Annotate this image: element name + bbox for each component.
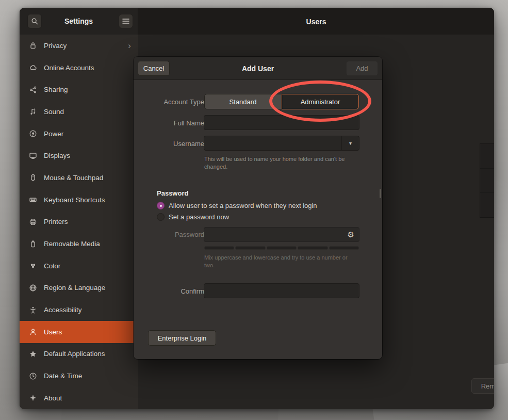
sidebar-item-sound[interactable]: Sound	[20, 101, 138, 123]
password-hint-text: Mix uppercase and lowercase and try to u…	[204, 254, 355, 270]
remove-user-button[interactable]: Remove User...	[471, 378, 494, 394]
enterprise-login-button[interactable]: Enterprise Login	[148, 330, 216, 346]
sidebar-item-about[interactable]: About	[20, 387, 138, 409]
share-icon	[28, 85, 37, 94]
sidebar-item-displays[interactable]: Displays	[20, 144, 138, 167]
sidebar-item-label: Keyboard Shortcuts	[44, 196, 105, 204]
full-name-input[interactable]	[204, 115, 359, 130]
sidebar-item-label: Accessibility	[44, 306, 82, 314]
content-headerbar: Users Add User... – ×	[138, 8, 494, 35]
account-settings-panel: ••••• › ged in ›	[480, 143, 494, 218]
sidebar-item-label: Users	[44, 328, 62, 336]
confirm-label: Confirm	[137, 287, 204, 295]
radio-next-login-row[interactable]: Allow user to set a password when they n…	[157, 202, 317, 209]
sidebar-item-power[interactable]: Power	[20, 123, 138, 145]
confirm-input[interactable]	[204, 283, 359, 298]
password-section-title: Password	[157, 189, 188, 197]
account-type-toggle: Standard Administrator	[204, 94, 359, 109]
sidebar-item-users[interactable]: Users	[20, 321, 138, 343]
username-dropdown-button[interactable]: ▾	[341, 136, 359, 150]
keyboard-icon	[28, 196, 37, 204]
globe-icon	[28, 283, 37, 292]
standard-option-button[interactable]: Standard	[204, 94, 282, 109]
radio-set-now-row[interactable]: Set a password now	[157, 213, 229, 221]
sidebar-item-label: Displays	[44, 152, 70, 159]
settings-window: ✎ ••••• › ged in › Remove User...	[20, 8, 494, 409]
sidebar-item-label: Color	[44, 262, 60, 270]
password-input[interactable]: ⚙	[204, 227, 359, 242]
sidebar-item-label: Mouse & Touchpad	[44, 174, 103, 182]
strength-segment	[329, 246, 359, 250]
sidebar-item-date-time[interactable]: Date & Time	[20, 365, 138, 387]
sidebar-item-label: Region & Language	[44, 284, 105, 292]
hamburger-icon	[122, 18, 129, 24]
menu-button[interactable]	[119, 14, 133, 28]
radio-unselected-icon[interactable]	[157, 213, 165, 221]
accessibility-icon	[28, 305, 37, 314]
removable-media-icon	[28, 239, 37, 248]
dialog-headerbar: Cancel Add User Add	[134, 57, 382, 80]
printer-icon	[28, 217, 37, 226]
sidebar-item-label: Printers	[44, 218, 68, 225]
users-icon	[28, 328, 37, 336]
sidebar-item-label: Privacy	[44, 42, 67, 50]
sidebar-item-label: Sharing	[44, 86, 68, 93]
dialog-scrollbar[interactable]	[380, 189, 381, 198]
generate-password-icon[interactable]: ⚙	[348, 230, 354, 239]
sidebar-item-label: Date & Time	[44, 372, 82, 380]
sidebar-item-label: About	[44, 394, 62, 402]
headerbar: Settings Users Add User... – ×	[20, 8, 494, 35]
sidebar-item-printers[interactable]: Printers	[20, 211, 138, 233]
sidebar-item-online-accounts[interactable]: Online Accounts	[20, 57, 138, 79]
radio-set-now-label: Set a password now	[169, 213, 229, 221]
add-button[interactable]: Add	[346, 61, 378, 76]
sidebar: Privacy › Online Accounts Sharing Sound	[20, 35, 138, 409]
sidebar-item-label: Removable Media	[44, 240, 100, 248]
username-help-text: This will be used to name your home fold…	[204, 155, 355, 171]
sidebar-headerbar: Settings	[20, 8, 138, 35]
sidebar-item-keyboard-shortcuts[interactable]: Keyboard Shortcuts	[20, 189, 138, 211]
sidebar-item-privacy[interactable]: Privacy ›	[20, 35, 138, 57]
radio-next-login-label: Allow user to set a password when they n…	[169, 202, 317, 209]
sidebar-item-label: Power	[44, 130, 63, 138]
password-label: Password	[137, 231, 204, 238]
sidebar-item-default-applications[interactable]: Default Applications	[20, 343, 138, 365]
star-icon	[28, 349, 37, 358]
mouse-icon	[28, 173, 37, 182]
lock-icon	[28, 41, 37, 50]
sidebar-item-label: Sound	[44, 108, 64, 116]
sparkle-icon	[28, 394, 37, 402]
color-icon	[28, 262, 37, 270]
clock-icon	[28, 371, 37, 380]
sidebar-item-color[interactable]: Color	[20, 255, 138, 277]
cloud-icon	[28, 63, 37, 72]
chevron-right-icon: ›	[128, 41, 131, 50]
username-combo-input[interactable]: ▾	[204, 136, 359, 151]
strength-segment	[267, 246, 297, 250]
administrator-option-button[interactable]: Administrator	[282, 94, 359, 109]
strength-segment	[204, 246, 234, 250]
logged-in-row[interactable]: ged in ›	[480, 193, 494, 218]
dialog-title: Add User	[134, 64, 382, 73]
display-icon	[28, 151, 37, 160]
sidebar-item-sharing[interactable]: Sharing	[20, 78, 138, 101]
sidebar-item-mouse-touchpad[interactable]: Mouse & Touchpad	[20, 167, 138, 189]
chevron-down-icon: ▾	[349, 140, 352, 146]
strength-segment	[235, 246, 265, 250]
sidebar-item-region-language[interactable]: Region & Language	[20, 277, 138, 299]
full-name-label: Full Name	[137, 119, 204, 127]
account-type-label: Account Type	[137, 98, 204, 106]
sidebar-item-removable-media[interactable]: Removable Media	[20, 233, 138, 255]
sidebar-item-label: Online Accounts	[44, 64, 94, 72]
music-note-icon	[28, 107, 37, 116]
password-strength-meter	[204, 246, 359, 250]
page-title: Users	[138, 18, 494, 26]
password-row[interactable]: ••••• ›	[480, 144, 494, 169]
add-user-dialog: Cancel Add User Add Account Type Standar…	[134, 57, 382, 359]
username-label: Username	[137, 140, 204, 148]
radio-selected-icon[interactable]	[157, 202, 165, 209]
automatic-login-row[interactable]	[480, 169, 494, 193]
sidebar-item-accessibility[interactable]: Accessibility	[20, 299, 138, 321]
power-icon	[28, 130, 37, 138]
strength-segment	[298, 246, 327, 250]
